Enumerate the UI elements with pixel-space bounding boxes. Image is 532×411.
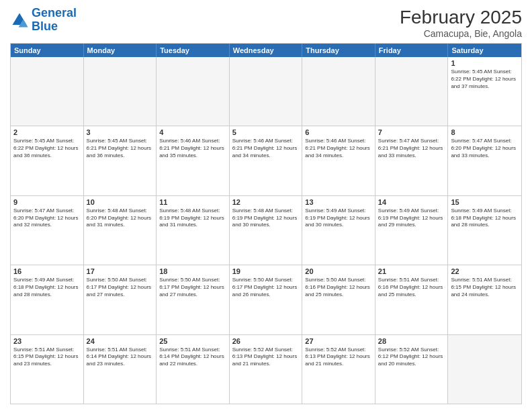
header-day-sunday: Sunday [11, 44, 84, 57]
calendar-cell: 27Sunrise: 5:52 AM Sunset: 6:13 PM Dayli… [302, 335, 375, 404]
month-year: February 2025 [400, 7, 522, 28]
calendar-cell: 26Sunrise: 5:52 AM Sunset: 6:13 PM Dayli… [230, 335, 303, 404]
calendar-cell [157, 57, 230, 126]
calendar-cell: 1Sunrise: 5:45 AM Sunset: 6:22 PM Daylig… [448, 57, 521, 126]
calendar-cell: 19Sunrise: 5:50 AM Sunset: 6:17 PM Dayli… [230, 265, 303, 334]
day-number: 5 [232, 128, 300, 136]
cell-info: Sunrise: 5:48 AM Sunset: 6:19 PM Dayligh… [159, 208, 226, 229]
calendar-week-1: 2Sunrise: 5:45 AM Sunset: 6:22 PM Daylig… [11, 126, 521, 195]
header-day-friday: Friday [375, 44, 449, 57]
day-number: 23 [13, 337, 81, 345]
day-number: 1 [451, 59, 519, 67]
day-number: 10 [87, 198, 154, 206]
cell-info: Sunrise: 5:45 AM Sunset: 6:22 PM Dayligh… [13, 138, 81, 159]
calendar-cell: 5Sunrise: 5:46 AM Sunset: 6:21 PM Daylig… [230, 126, 303, 195]
calendar-cell [230, 57, 303, 126]
calendar-cell [302, 57, 375, 126]
day-number: 13 [305, 198, 372, 206]
calendar-cell: 23Sunrise: 5:51 AM Sunset: 6:15 PM Dayli… [11, 335, 84, 404]
header-day-saturday: Saturday [448, 44, 521, 57]
calendar-cell: 24Sunrise: 5:51 AM Sunset: 6:14 PM Dayli… [84, 335, 157, 404]
cell-info: Sunrise: 5:51 AM Sunset: 6:14 PM Dayligh… [159, 347, 226, 368]
calendar-cell: 7Sunrise: 5:47 AM Sunset: 6:21 PM Daylig… [375, 126, 449, 195]
calendar-cell [84, 57, 157, 126]
day-number: 3 [87, 128, 154, 136]
calendar-cell: 22Sunrise: 5:51 AM Sunset: 6:15 PM Dayli… [448, 265, 521, 334]
cell-info: Sunrise: 5:49 AM Sunset: 6:19 PM Dayligh… [378, 208, 445, 229]
cell-info: Sunrise: 5:45 AM Sunset: 6:21 PM Dayligh… [87, 138, 154, 159]
header-day-wednesday: Wednesday [230, 44, 303, 57]
calendar-cell: 25Sunrise: 5:51 AM Sunset: 6:14 PM Dayli… [157, 335, 230, 404]
calendar-cell: 6Sunrise: 5:46 AM Sunset: 6:21 PM Daylig… [302, 126, 375, 195]
calendar-cell: 13Sunrise: 5:49 AM Sunset: 6:19 PM Dayli… [302, 196, 375, 265]
cell-info: Sunrise: 5:46 AM Sunset: 6:21 PM Dayligh… [232, 138, 300, 159]
calendar-cell: 12Sunrise: 5:48 AM Sunset: 6:19 PM Dayli… [230, 196, 303, 265]
logo-icon [10, 11, 29, 30]
day-number: 19 [232, 267, 300, 275]
logo-line2: Blue [32, 19, 58, 33]
logo-line1: General [32, 6, 77, 19]
calendar-cell: 11Sunrise: 5:48 AM Sunset: 6:19 PM Dayli… [157, 196, 230, 265]
cell-info: Sunrise: 5:52 AM Sunset: 6:13 PM Dayligh… [305, 347, 372, 368]
day-number: 26 [232, 337, 300, 345]
page: General Blue February 2025 Camacupa, Bie… [0, 0, 532, 411]
calendar-cell: 10Sunrise: 5:48 AM Sunset: 6:20 PM Dayli… [84, 196, 157, 265]
cell-info: Sunrise: 5:51 AM Sunset: 6:15 PM Dayligh… [451, 277, 519, 298]
calendar-cell: 20Sunrise: 5:50 AM Sunset: 6:16 PM Dayli… [302, 265, 375, 334]
calendar-cell: 4Sunrise: 5:46 AM Sunset: 6:21 PM Daylig… [157, 126, 230, 195]
day-number: 12 [232, 198, 300, 206]
cell-info: Sunrise: 5:51 AM Sunset: 6:16 PM Dayligh… [378, 277, 445, 298]
day-number: 27 [305, 337, 372, 345]
header: General Blue February 2025 Camacupa, Bie… [10, 7, 522, 39]
cell-info: Sunrise: 5:51 AM Sunset: 6:14 PM Dayligh… [87, 347, 154, 368]
cell-info: Sunrise: 5:52 AM Sunset: 6:13 PM Dayligh… [232, 347, 300, 368]
calendar-cell: 8Sunrise: 5:47 AM Sunset: 6:20 PM Daylig… [448, 126, 521, 195]
day-number: 2 [13, 128, 81, 136]
day-number: 25 [159, 337, 226, 345]
calendar-cell: 16Sunrise: 5:49 AM Sunset: 6:18 PM Dayli… [11, 265, 84, 334]
day-number: 22 [451, 267, 519, 275]
day-number: 9 [13, 198, 81, 206]
calendar-week-0: 1Sunrise: 5:45 AM Sunset: 6:22 PM Daylig… [11, 57, 521, 126]
calendar-cell [11, 57, 84, 126]
cell-info: Sunrise: 5:50 AM Sunset: 6:17 PM Dayligh… [159, 277, 226, 298]
cell-info: Sunrise: 5:48 AM Sunset: 6:19 PM Dayligh… [232, 208, 300, 229]
day-number: 20 [305, 267, 372, 275]
day-number: 24 [87, 337, 154, 345]
header-day-monday: Monday [84, 44, 157, 57]
day-number: 7 [378, 128, 445, 136]
calendar-cell [448, 335, 521, 404]
day-number: 14 [378, 198, 445, 206]
cell-info: Sunrise: 5:50 AM Sunset: 6:17 PM Dayligh… [232, 277, 300, 298]
day-number: 28 [378, 337, 445, 345]
cell-info: Sunrise: 5:49 AM Sunset: 6:18 PM Dayligh… [451, 208, 519, 229]
calendar-header: SundayMondayTuesdayWednesdayThursdayFrid… [11, 44, 521, 57]
cell-info: Sunrise: 5:49 AM Sunset: 6:18 PM Dayligh… [13, 277, 81, 298]
cell-info: Sunrise: 5:50 AM Sunset: 6:17 PM Dayligh… [87, 277, 154, 298]
day-number: 18 [159, 267, 226, 275]
cell-info: Sunrise: 5:45 AM Sunset: 6:22 PM Dayligh… [451, 68, 519, 90]
day-number: 4 [159, 128, 226, 136]
day-number: 17 [87, 267, 154, 275]
cell-info: Sunrise: 5:51 AM Sunset: 6:15 PM Dayligh… [13, 347, 81, 368]
cell-info: Sunrise: 5:46 AM Sunset: 6:21 PM Dayligh… [305, 138, 372, 159]
logo-text: General Blue [32, 7, 77, 34]
calendar-week-4: 23Sunrise: 5:51 AM Sunset: 6:15 PM Dayli… [11, 334, 521, 404]
day-number: 21 [378, 267, 445, 275]
day-number: 6 [305, 128, 372, 136]
header-day-thursday: Thursday [302, 44, 375, 57]
day-number: 8 [451, 128, 519, 136]
calendar-cell: 3Sunrise: 5:45 AM Sunset: 6:21 PM Daylig… [84, 126, 157, 195]
day-number: 11 [159, 198, 226, 206]
calendar-cell: 18Sunrise: 5:50 AM Sunset: 6:17 PM Dayli… [157, 265, 230, 334]
calendar-cell: 15Sunrise: 5:49 AM Sunset: 6:18 PM Dayli… [448, 196, 521, 265]
cell-info: Sunrise: 5:49 AM Sunset: 6:19 PM Dayligh… [305, 208, 372, 229]
logo: General Blue [10, 7, 77, 34]
header-day-tuesday: Tuesday [157, 44, 230, 57]
calendar-cell: 9Sunrise: 5:47 AM Sunset: 6:20 PM Daylig… [11, 196, 84, 265]
calendar-cell: 14Sunrise: 5:49 AM Sunset: 6:19 PM Dayli… [375, 196, 449, 265]
location: Camacupa, Bie, Angola [400, 28, 522, 39]
calendar-cell: 28Sunrise: 5:52 AM Sunset: 6:12 PM Dayli… [375, 335, 449, 404]
calendar-week-3: 16Sunrise: 5:49 AM Sunset: 6:18 PM Dayli… [11, 265, 521, 334]
cell-info: Sunrise: 5:48 AM Sunset: 6:20 PM Dayligh… [87, 208, 154, 229]
